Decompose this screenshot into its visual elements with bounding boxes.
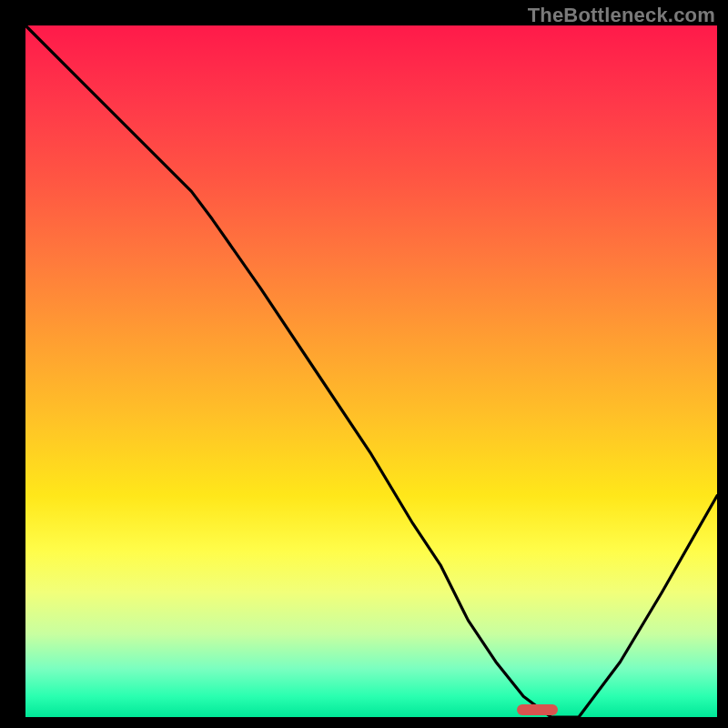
chart-frame: TheBottleneck.com: [0, 0, 728, 728]
optimum-marker: [517, 704, 559, 715]
watermark-text: TheBottleneck.com: [528, 4, 715, 27]
plot-background: [25, 25, 717, 717]
